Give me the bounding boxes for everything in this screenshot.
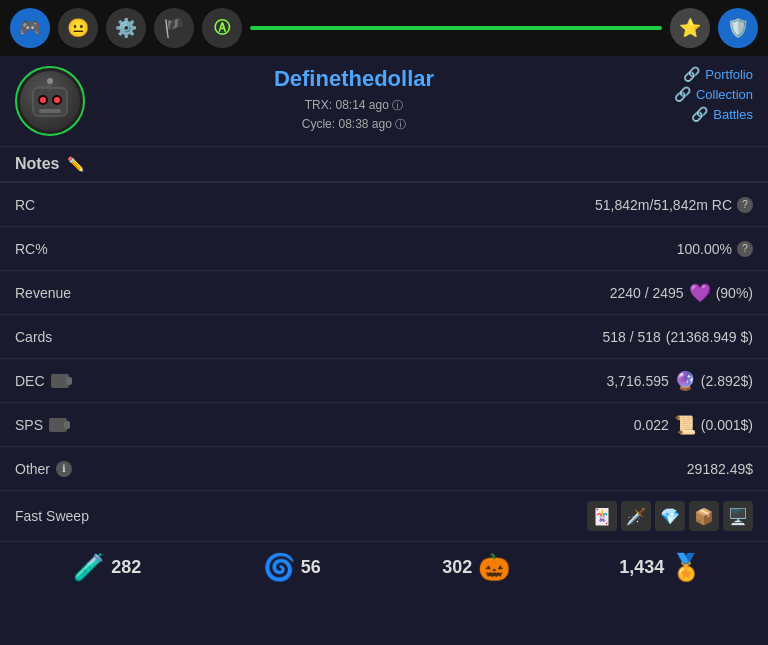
sps-wallet-icon[interactable] — [49, 418, 67, 432]
cards-label: Cards — [15, 329, 52, 345]
notes-label: Notes ✏️ — [15, 155, 84, 173]
sps-token: 📜 — [674, 414, 696, 436]
swirl-item: 🌀 56 — [200, 552, 385, 583]
medal-item: 1,434 🏅 — [569, 552, 754, 583]
svg-point-7 — [47, 78, 53, 84]
portfolio-link[interactable]: 🔗 Portfolio — [623, 66, 753, 82]
revenue-row: Revenue 2240 / 2495 💜 (90%) — [0, 270, 768, 314]
swirl-count: 56 — [301, 557, 321, 578]
dec-value: 3,716.595 🔮 (2.892$) — [607, 370, 753, 392]
medal-emoji: 🏅 — [670, 552, 702, 583]
profile-info: Definethedollar TRX: 08:14 ago ⓘ Cycle: … — [100, 66, 608, 134]
rc-value: 51,842m/51,842m RC ? — [595, 197, 753, 213]
rc-percent-value: 100.00% ? — [677, 241, 753, 257]
dec-wallet-icon[interactable] — [51, 374, 69, 388]
sps-row: SPS 0.022 📜 (0.001$) — [0, 402, 768, 446]
cards-value: 518 / 518 (21368.949 $) — [602, 329, 753, 345]
trx-info[interactable]: ⓘ — [392, 99, 403, 111]
profile-name: Definethedollar — [100, 66, 608, 92]
sweep-sword-icon[interactable]: 🗡️ — [621, 501, 651, 531]
sweep-icon-group: 🃏 🗡️ 💎 📦 🖥️ — [587, 501, 753, 531]
svg-point-4 — [54, 97, 60, 103]
rc-percent-info-icon[interactable]: ? — [737, 241, 753, 257]
profile-links: 🔗 Portfolio 🔗 Collection 🔗 Battles — [623, 66, 753, 122]
nav-face[interactable]: 😐 — [58, 8, 98, 48]
svg-rect-5 — [39, 109, 61, 113]
medal-count: 1,434 — [619, 557, 664, 578]
sweep-box-icon[interactable]: 📦 — [689, 501, 719, 531]
potion-count: 282 — [111, 557, 141, 578]
potions-item: 🧪 282 — [15, 552, 200, 583]
dec-token: 🔮 — [674, 370, 696, 392]
revenue-value: 2240 / 2495 💜 (90%) — [610, 282, 753, 304]
other-info-icon[interactable]: ℹ — [56, 461, 72, 477]
nav-shield[interactable]: 🛡️ — [718, 8, 758, 48]
rc-percent-label: RC% — [15, 241, 48, 257]
cycle-label: Cycle: — [302, 117, 335, 131]
collection-link[interactable]: 🔗 Collection — [623, 86, 753, 102]
dec-label: DEC — [15, 373, 69, 389]
rc-label: RC — [15, 197, 35, 213]
rc-info-icon[interactable]: ? — [737, 197, 753, 213]
nav-flag[interactable]: 🏴 — [154, 8, 194, 48]
sweep-screen-icon[interactable]: 🖥️ — [723, 501, 753, 531]
svg-point-2 — [40, 97, 46, 103]
cycle-info[interactable]: ⓘ — [395, 118, 406, 130]
sweep-card-icon[interactable]: 🃏 — [587, 501, 617, 531]
cards-row: Cards 518 / 518 (21368.949 $) — [0, 314, 768, 358]
pumpkin-count: 302 — [442, 557, 472, 578]
pumpkin-item: 302 🎃 — [384, 552, 569, 583]
pumpkin-emoji: 🎃 — [478, 552, 510, 583]
revenue-label: Revenue — [15, 285, 71, 301]
link-icon-collection: 🔗 — [674, 86, 691, 102]
top-nav: 🎮 😐 ⚙️ 🏴 Ⓐ ⭐ 🛡️ — [0, 0, 768, 56]
potion-emoji: 🧪 — [73, 552, 105, 583]
sweep-diamond-icon[interactable]: 💎 — [655, 501, 685, 531]
other-row: Other ℹ 29182.49$ — [0, 446, 768, 490]
link-icon-battles: 🔗 — [691, 106, 708, 122]
cycle-time: 08:38 ago — [338, 117, 391, 131]
trx-time: 08:14 ago — [335, 98, 388, 112]
fast-sweep-label: Fast Sweep — [15, 508, 89, 524]
other-label: Other ℹ — [15, 461, 72, 477]
profile-section: Definethedollar TRX: 08:14 ago ⓘ Cycle: … — [0, 56, 768, 146]
nav-star[interactable]: ⭐ — [670, 8, 710, 48]
avatar — [15, 66, 85, 136]
profile-meta: TRX: 08:14 ago ⓘ Cycle: 08:38 ago ⓘ — [100, 96, 608, 134]
nav-letter-a[interactable]: Ⓐ — [202, 8, 242, 48]
nav-gear[interactable]: ⚙️ — [106, 8, 146, 48]
rc-percent-row: RC% 100.00% ? — [0, 226, 768, 270]
sps-value: 0.022 📜 (0.001$) — [634, 414, 753, 436]
nav-progress-bar — [250, 26, 662, 30]
sps-label: SPS — [15, 417, 67, 433]
dec-row: DEC 3,716.595 🔮 (2.892$) — [0, 358, 768, 402]
notes-edit-icon[interactable]: ✏️ — [67, 156, 84, 172]
trx-label: TRX: — [305, 98, 332, 112]
revenue-token: 💜 — [689, 282, 711, 304]
fast-sweep-row: Fast Sweep 🃏 🗡️ 💎 📦 🖥️ — [0, 490, 768, 541]
other-value: 29182.49$ — [687, 461, 753, 477]
notes-row: Notes ✏️ — [0, 146, 768, 182]
nav-game-controller[interactable]: 🎮 — [10, 8, 50, 48]
bottom-bar: 🧪 282 🌀 56 302 🎃 1,434 🏅 — [0, 541, 768, 593]
swirl-emoji: 🌀 — [263, 552, 295, 583]
rc-row: RC 51,842m/51,842m RC ? — [0, 182, 768, 226]
link-icon-portfolio: 🔗 — [683, 66, 700, 82]
stats-section: RC 51,842m/51,842m RC ? RC% 100.00% ? Re… — [0, 182, 768, 541]
battles-link[interactable]: 🔗 Battles — [623, 106, 753, 122]
fast-sweep-icons: 🃏 🗡️ 💎 📦 🖥️ — [587, 501, 753, 531]
